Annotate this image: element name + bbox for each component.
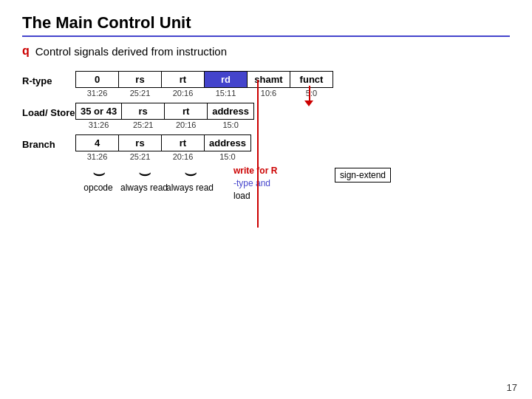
rtype-bit-1: 25:21	[119, 88, 162, 99]
write-r-label: write for R	[233, 166, 277, 176]
br-cell-4: 4	[76, 135, 119, 151]
br-cell-address: address	[205, 135, 251, 151]
rtype-cell-rt: rt	[162, 72, 205, 88]
sign-extend-anno: sign-extend	[330, 168, 396, 183]
annotation-row: ⌣ opcode ⌣ always read ⌣ always read wri…	[22, 165, 510, 202]
rtype-bit-5: 5:0	[290, 88, 333, 99]
loadstore-table: 35 or 43 rs rt address 31:26 25:21 20:16…	[75, 103, 254, 130]
opcode-label: opcode	[83, 183, 112, 193]
rtype-bit-3: 15:11	[205, 88, 248, 99]
ls-bit-3: 15:0	[208, 120, 254, 131]
loadstore-section: Load/ Store 35 or 43 rs rt address 31:26…	[22, 103, 510, 130]
rtype-cell-shamt: shamt	[248, 72, 290, 88]
ls-bit-1: 25:21	[122, 120, 165, 131]
loadstore-header-row: 35 or 43 rs rt address	[76, 103, 254, 120]
br-cell-rs: rs	[119, 135, 162, 151]
rtype-cell-rs: rs	[119, 72, 162, 88]
rtype-label: R-type	[22, 71, 75, 86]
page-title: The Main Control Unit	[22, 13, 510, 37]
opcode-anno: ⌣ opcode	[75, 165, 121, 193]
rtype-header-row: 0 rs rt rd shamt funct	[76, 72, 333, 88]
rtype-bits-row: 31:26 25:21 20:16 15:11 10:6 5:0	[76, 88, 333, 99]
branch-section: Branch 4 rs rt address 31:26 25:21 20:16…	[22, 134, 510, 162]
ls-cell-rs: rs	[122, 103, 165, 120]
always-read1-anno: ⌣ always read	[121, 165, 167, 193]
always-read1-label: always read	[120, 183, 168, 193]
rtype-bit-0: 31:26	[76, 88, 119, 99]
rtype-cell-0: 0	[76, 72, 119, 88]
rtype-table: 0 rs rt rd shamt funct 31:26 25:21 20:16…	[75, 71, 333, 98]
always-read2-label: always read	[166, 183, 214, 193]
loadstore-bits-row: 31:26 25:21 20:16 15:0	[76, 120, 254, 131]
br-bit-3: 15:0	[205, 151, 251, 163]
subtitle: q Control signals derived from instructi…	[22, 44, 510, 58]
write-load-label: load	[233, 191, 250, 201]
ls-cell-35: 35 or 43	[76, 103, 122, 120]
branch-table: 4 rs rt address 31:26 25:21 20:16 15:0	[75, 134, 251, 162]
sign-extend-box: sign-extend	[335, 168, 391, 183]
ls-cell-address: address	[208, 103, 254, 120]
page-number: 17	[507, 382, 517, 393]
branch-bits-row: 31:26 25:21 20:16 15:0	[76, 151, 251, 163]
ls-bit-2: 20:16	[165, 120, 208, 131]
rtype-section: R-type 0 rs rt rd shamt funct 31:26 25:2…	[22, 71, 510, 98]
rtype-cell-funct: funct	[290, 72, 333, 88]
br-cell-rt: rt	[162, 135, 205, 151]
write-r-anno: write for R -type and load	[233, 165, 330, 202]
rtype-bit-2: 20:16	[162, 88, 205, 99]
always-read1-brace: ⌣	[138, 165, 150, 181]
br-bit-0: 31:26	[76, 151, 119, 163]
always-read2-brace: ⌣	[184, 165, 196, 181]
write-r-text: write for R -type and load	[233, 165, 277, 202]
always-read2-anno: ⌣ always read	[167, 165, 213, 193]
bullet-icon: q	[22, 44, 30, 58]
br-bit-1: 25:21	[119, 151, 162, 163]
loadstore-label: Load/ Store	[22, 103, 75, 119]
branch-label: Branch	[22, 134, 75, 150]
opcode-brace: ⌣	[92, 165, 104, 181]
rtype-bit-4: 10:6	[248, 88, 290, 99]
branch-header-row: 4 rs rt address	[76, 135, 251, 151]
ls-bit-0: 31:26	[76, 120, 122, 131]
ls-cell-rt: rt	[165, 103, 208, 120]
br-bit-2: 20:16	[162, 151, 205, 163]
write-type-label: -type and	[233, 178, 270, 188]
rtype-cell-rd: rd	[205, 72, 248, 88]
